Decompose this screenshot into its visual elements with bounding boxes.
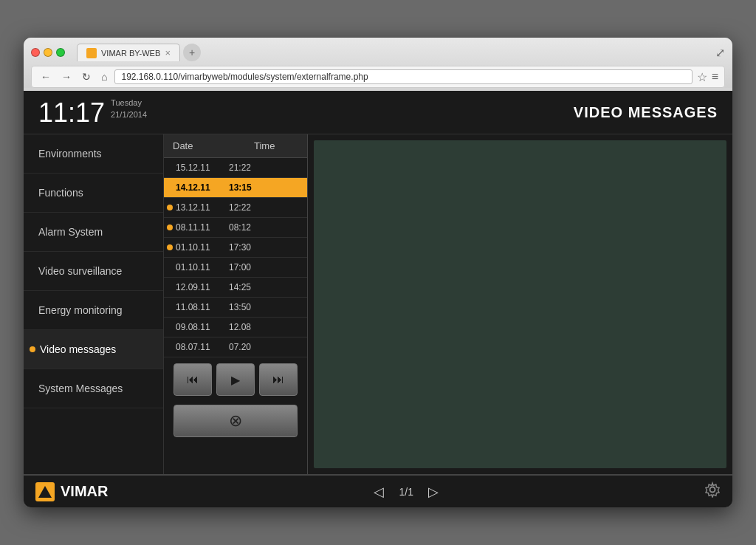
date-column-header: Date bbox=[164, 134, 245, 157]
message-time: 17:30 bbox=[229, 242, 251, 253]
table-row[interactable]: 15.12.11 21:22 bbox=[164, 158, 307, 178]
sidebar-item-video-messages[interactable]: Video messages bbox=[24, 330, 163, 369]
table-row[interactable]: 13.12.11 12:22 bbox=[164, 198, 307, 218]
menu-icon[interactable]: ≡ bbox=[712, 70, 718, 84]
settings-button[interactable] bbox=[704, 481, 721, 501]
message-date: 08.11.11 bbox=[176, 222, 229, 233]
sidebar-label-system-messages: System Messages bbox=[38, 383, 123, 394]
maximize-button[interactable] bbox=[56, 48, 65, 57]
message-indicator bbox=[167, 344, 173, 350]
message-indicator bbox=[167, 165, 173, 171]
rewind-button[interactable]: ⏮ bbox=[173, 363, 212, 396]
logo: VIMAR bbox=[35, 482, 108, 501]
message-indicator bbox=[167, 264, 173, 270]
day-display: Tuesday bbox=[111, 98, 147, 110]
sidebar-item-functions[interactable]: Functions bbox=[24, 174, 163, 213]
time-column-header: Time bbox=[245, 134, 284, 157]
message-time: 21:22 bbox=[229, 162, 251, 173]
table-row[interactable]: 09.08.11 12.08 bbox=[164, 318, 307, 337]
message-date: 15.12.11 bbox=[176, 162, 229, 173]
app-header: 11:17 Tuesday 21/1/2014 VIDEO MESSAGES bbox=[24, 91, 732, 134]
tab-bar: VIMAR BY-WEB × + bbox=[77, 44, 711, 61]
message-list: Date Time 15.12.11 21:22 14.12.11 bbox=[164, 134, 308, 474]
sidebar-item-energy-monitoring[interactable]: Energy monitoring bbox=[24, 291, 163, 330]
notification-dot bbox=[30, 346, 35, 352]
message-indicator bbox=[167, 324, 173, 330]
browser-chrome: VIMAR BY-WEB × + ⤢ ← → ↻ ⌂ ☆ ≡ bbox=[24, 38, 732, 88]
main-content: Date Time 15.12.11 21:22 14.12.11 bbox=[164, 134, 732, 474]
browser-tab[interactable]: VIMAR BY-WEB × bbox=[77, 44, 180, 61]
table-row[interactable]: 11.08.11 13:50 bbox=[164, 298, 307, 318]
table-row[interactable]: 08.11.11 08:12 bbox=[164, 218, 307, 238]
page-indicator: 1/1 bbox=[399, 486, 413, 498]
address-bar[interactable] bbox=[114, 69, 692, 84]
clock: 11:17 bbox=[38, 100, 105, 126]
table-row[interactable]: 08.07.11 07.20 bbox=[164, 337, 307, 357]
message-indicator bbox=[167, 284, 173, 290]
table-row[interactable]: 01.10.11 17:00 bbox=[164, 258, 307, 278]
sidebar-item-environments[interactable]: Environments bbox=[24, 134, 163, 174]
sidebar-label-video-surveillance: Video surveillance bbox=[38, 265, 122, 277]
svg-marker-0 bbox=[38, 486, 52, 498]
bookmark-icon[interactable]: ☆ bbox=[697, 70, 707, 84]
new-tab-button[interactable]: + bbox=[183, 44, 201, 61]
logo-text: VIMAR bbox=[61, 483, 108, 500]
nav-right-icons: ☆ ≡ bbox=[697, 70, 718, 84]
message-indicator bbox=[167, 244, 173, 250]
message-list-header: Date Time bbox=[164, 134, 307, 158]
fast-forward-button[interactable]: ⏭ bbox=[259, 363, 298, 396]
sidebar-item-alarm-system[interactable]: Alarm System bbox=[24, 213, 163, 252]
tab-close-button[interactable]: × bbox=[165, 47, 171, 58]
app-container: 11:17 Tuesday 21/1/2014 VIDEO MESSAGES E… bbox=[24, 91, 732, 507]
date-display: 21/1/2014 bbox=[111, 110, 147, 122]
close-button[interactable] bbox=[31, 48, 40, 57]
sidebar-item-video-surveillance[interactable]: Video surveillance bbox=[24, 252, 163, 291]
playback-controls: ⏮ ▶ ⏭ bbox=[164, 357, 307, 402]
home-button[interactable]: ⌂ bbox=[98, 69, 110, 84]
sidebar: Environments Functions Alarm System Vide… bbox=[24, 134, 164, 474]
message-date: 08.07.11 bbox=[176, 342, 229, 352]
message-date: 01.10.11 bbox=[176, 242, 229, 253]
play-button[interactable]: ▶ bbox=[216, 363, 255, 396]
sidebar-label-alarm-system: Alarm System bbox=[38, 226, 103, 238]
tab-title: VIMAR BY-WEB bbox=[101, 49, 160, 58]
sidebar-label-energy-monitoring: Energy monitoring bbox=[38, 304, 123, 316]
navigation-bar: ← → ↻ ⌂ ☆ ≡ bbox=[31, 66, 725, 88]
message-time: 12.08 bbox=[229, 322, 251, 332]
message-time: 14:25 bbox=[229, 282, 251, 292]
time-area: 11:17 Tuesday 21/1/2014 bbox=[38, 98, 147, 126]
vimar-logo-svg bbox=[38, 486, 52, 498]
restore-button[interactable]: ⤢ bbox=[715, 46, 725, 60]
table-row[interactable]: 12.09.11 14:25 bbox=[164, 278, 307, 298]
forward-button[interactable]: → bbox=[58, 69, 75, 84]
message-date: 01.10.11 bbox=[176, 262, 229, 272]
message-time: 07.20 bbox=[229, 342, 251, 352]
message-time: 12:22 bbox=[229, 202, 251, 213]
minimize-button[interactable] bbox=[44, 48, 52, 57]
sidebar-item-system-messages[interactable]: System Messages bbox=[24, 369, 163, 408]
message-time: 13:50 bbox=[229, 302, 251, 312]
message-indicator bbox=[167, 205, 173, 210]
settings-icon bbox=[704, 481, 721, 498]
message-time: 08:12 bbox=[229, 222, 251, 233]
message-indicator bbox=[167, 185, 173, 191]
reload-button[interactable]: ↻ bbox=[79, 69, 94, 84]
app-footer: VIMAR ◁ 1/1 ▷ bbox=[24, 474, 732, 507]
message-time: 13:15 bbox=[229, 182, 252, 193]
video-display bbox=[314, 140, 726, 468]
message-date: 14.12.11 bbox=[176, 182, 229, 193]
prev-page-button[interactable]: ◁ bbox=[374, 484, 384, 500]
message-time: 17:00 bbox=[229, 262, 251, 272]
table-row[interactable]: 01.10.11 17:30 bbox=[164, 238, 307, 258]
sidebar-label-environments: Environments bbox=[38, 148, 102, 160]
sidebar-label-video-messages: Video messages bbox=[40, 343, 116, 355]
table-row[interactable]: 14.12.11 13:15 bbox=[164, 178, 307, 198]
app-body: Environments Functions Alarm System Vide… bbox=[24, 134, 732, 474]
delete-button[interactable]: ⊗ bbox=[173, 405, 298, 437]
next-page-button[interactable]: ▷ bbox=[428, 484, 439, 500]
back-button[interactable]: ← bbox=[38, 69, 54, 84]
browser-window: VIMAR BY-WEB × + ⤢ ← → ↻ ⌂ ☆ ≡ 11:17 bbox=[24, 38, 732, 507]
logo-icon bbox=[35, 482, 55, 501]
message-date: 13.12.11 bbox=[176, 202, 229, 213]
message-indicator bbox=[167, 304, 173, 310]
